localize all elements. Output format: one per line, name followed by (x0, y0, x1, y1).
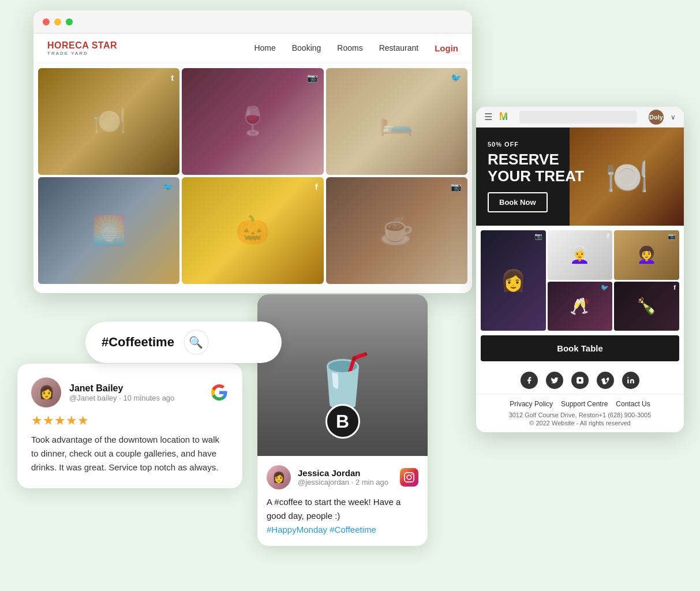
twitter-icon-1: 🐦 (451, 73, 462, 83)
social-post-card: 🥤 B 👩 Jessica Jordan @jessicajordan · 2 … (257, 294, 428, 546)
navbar: HORECA STAR TRADE YARD Home Booking Room… (33, 33, 472, 63)
logo-sub: TRADE YARD (47, 51, 117, 56)
instagram-icon-1: 📷 (307, 73, 318, 83)
coffee-hand-icon: 🥤 (310, 351, 375, 412)
nav-links: Home Booking Rooms Restaurant Login (254, 43, 458, 53)
food-icon-2: 🍷 (182, 68, 323, 175)
logo-text: HORECA STAR (47, 40, 117, 51)
review-card: 👩 Janet Bailey @Janet bailey · 10 minute… (17, 364, 242, 488)
hamburger-icon[interactable]: ☰ (484, 111, 492, 122)
review-text: Took advantage of the downtown location … (31, 433, 229, 474)
nav-login[interactable]: Login (435, 43, 458, 53)
svg-point-2 (627, 377, 628, 378)
post-hashtags: #HappyMonday #Coffeetime (267, 525, 376, 534)
privacy-policy-link[interactable]: Privacy Policy (510, 400, 553, 408)
email-search-bar[interactable] (519, 111, 637, 124)
post-main-text: A #coffee to start the week! Have a good… (267, 497, 400, 521)
dot-yellow[interactable] (54, 18, 61, 25)
twitter-social-icon[interactable] (546, 372, 563, 389)
facebook-ep-icon-1: f (607, 233, 609, 240)
post-text-body: A #coffee to start the week! Have a good… (267, 495, 418, 537)
instagram-icon-2: 📷 (451, 182, 462, 192)
room-icon: 🛏️ (326, 68, 467, 175)
email-panel: ☰ M Doly ∨ 🍽️ 50% OFF RESERVEYOUR TREAT … (476, 107, 684, 432)
reviewer-avatar: 👩 (31, 377, 61, 407)
book-table-button[interactable]: Book Table (481, 335, 679, 361)
email-photo-3: 👩‍🦱 📷 (614, 230, 679, 280)
hero-text-block: 50% OFF RESERVEYOUR TREAT Book Now (488, 141, 584, 212)
food-icon-1: 🍽️ (38, 68, 179, 175)
email-user-label: Doly (649, 114, 663, 121)
reviewer-info: Janet Bailey @Janet bailey · 10 minutes … (69, 383, 174, 402)
twitter-ep-icon: 🐦 (601, 284, 609, 291)
email-photo-5: 🍾 f (614, 282, 679, 331)
review-header: 👩 Janet Bailey @Janet bailey · 10 minute… (31, 377, 229, 407)
logo: HORECA STAR TRADE YARD (47, 40, 117, 56)
email-photo-event-2: 🍾 (614, 282, 679, 331)
search-icon[interactable]: 🔍 (184, 330, 209, 355)
instagram-social-icon[interactable] (571, 372, 589, 389)
nav-rooms[interactable]: Rooms (337, 43, 362, 53)
browser-window: HORECA STAR TRADE YARD Home Booking Room… (33, 10, 472, 293)
footer-links: Privacy Policy Support Centre Contact Us (485, 400, 675, 408)
email-photo-person-1: 👩 (481, 230, 546, 331)
email-user-avatar: Doly (649, 110, 664, 125)
photo-cell-5: 🎃 f (182, 177, 323, 284)
email-photo-grid: 👩 📷 👩‍🦳 f 👩‍🦱 📷 🥂 🐦 🍾 f (476, 226, 684, 335)
email-chrome-bar: ☰ M Doly ∨ (476, 107, 684, 128)
footer-copyright: © 2022 Website - All rights reserved (485, 420, 675, 427)
contact-us-link[interactable]: Contact Us (616, 400, 650, 408)
restaurant-icon: ☕ (326, 177, 467, 284)
post-handle: @jessicajordan · 2 min ago (298, 478, 388, 487)
photo-cell-1: 🍽️ t (38, 68, 179, 175)
post-body: 👩 Jessica Jordan @jessicajordan · 2 min … (257, 456, 428, 546)
post-time: 2 min ago (355, 478, 388, 487)
book-now-button[interactable]: Book Now (488, 192, 548, 212)
post-user-info: Jessica Jordan @jessicajordan · 2 min ag… (298, 468, 388, 487)
photo-cell-6: ☕ 📷 (326, 177, 467, 284)
instagram-ep-icon-2: 📷 (668, 233, 676, 240)
photo-cell-2: 🍷 📷 (182, 68, 323, 175)
email-photo-2: 👩‍🦳 f (548, 230, 613, 280)
post-image: 🥤 B (257, 294, 428, 456)
email-photo-person-2: 👩‍🦳 (548, 230, 613, 280)
email-photo-1: 👩 📷 (481, 230, 546, 331)
photo-cell-3: 🛏️ 🐦 (326, 68, 467, 175)
dessert-icon: 🎃 (182, 177, 323, 284)
email-photo-4: 🥂 🐦 (548, 282, 613, 331)
hero-bg-food: 🍽️ (570, 128, 684, 226)
email-dropdown-icon[interactable]: ∨ (671, 113, 676, 121)
photo-grid: 🍽️ t 🍷 📷 🛏️ 🐦 🌅 🐦 🎃 f ☕ 📷 (33, 63, 472, 289)
reviewer-meta: @Janet bailey · 10 minutes ago (69, 394, 174, 402)
support-centre-link[interactable]: Support Centre (561, 400, 608, 408)
facebook-ep-icon-2: f (673, 284, 676, 291)
facebook-icon-1: f (315, 182, 318, 192)
google-icon (210, 383, 229, 402)
photo-cell-4: 🌅 🐦 (38, 177, 179, 284)
post-name: Jessica Jordan (298, 468, 388, 478)
reviewer-name: Janet Bailey (69, 383, 174, 394)
vimeo-social-icon[interactable] (597, 372, 614, 389)
tumblr-icon: t (171, 73, 174, 83)
dot-red[interactable] (43, 18, 50, 25)
social-icons-row (476, 367, 684, 394)
search-bar[interactable]: #Coffeetime 🔍 (85, 321, 282, 363)
post-dot: · (351, 478, 355, 487)
facebook-social-icon[interactable] (521, 372, 538, 389)
dot-green[interactable] (66, 18, 73, 25)
reviewer-handle: @Janet bailey (69, 394, 117, 402)
review-stars: ★★★★★ (31, 413, 229, 428)
instagram-ep-icon-1: 📷 (534, 233, 542, 240)
nav-restaurant[interactable]: Restaurant (379, 43, 418, 53)
review-time: 10 minutes ago (123, 394, 174, 402)
nav-home[interactable]: Home (254, 43, 275, 53)
nav-booking[interactable]: Booking (292, 43, 321, 53)
email-footer: Privacy Policy Support Centre Contact Us… (476, 394, 684, 432)
post-user: 👩 Jessica Jordan @jessicajordan · 2 min … (267, 465, 418, 489)
footer-address: 3012 Golf Course Drive, Reston+1 (628) 9… (485, 412, 675, 418)
view-icon: 🌅 (38, 177, 179, 284)
browser-chrome (33, 10, 472, 33)
linkedin-social-icon[interactable] (622, 372, 639, 389)
twitter-icon-2: 🐦 (163, 182, 174, 192)
hero-title: RESERVEYOUR TREAT (488, 151, 584, 184)
